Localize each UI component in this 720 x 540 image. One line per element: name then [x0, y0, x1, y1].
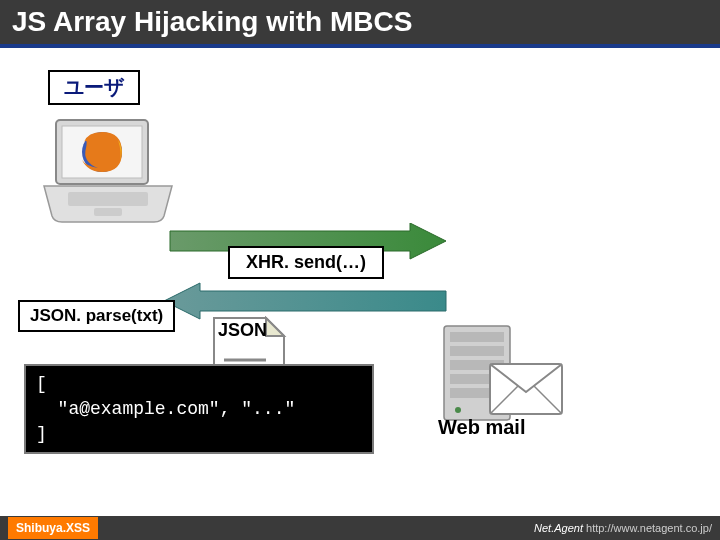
- slide-title: JS Array Hijacking with MBCS: [0, 0, 720, 48]
- svg-rect-10: [450, 332, 504, 342]
- user-label: ユーザ: [48, 70, 140, 105]
- json-parse-label: JSON. parse(txt): [18, 300, 175, 332]
- svg-point-15: [455, 407, 461, 413]
- json-doc-label: JSON: [218, 320, 267, 341]
- laptop-icon: [38, 118, 178, 237]
- slide-content: ユーザ: [0, 48, 720, 488]
- svg-rect-4: [94, 208, 122, 216]
- footer-left-badge: Shibuya.XSS: [8, 517, 98, 539]
- footer-right-credit: Net.Agent http://www.netagent.co.jp/: [534, 522, 712, 534]
- svg-rect-11: [450, 346, 504, 356]
- webmail-label: Web mail: [438, 416, 525, 439]
- json-code-block: [ "a@example.com", "..." ]: [24, 364, 374, 454]
- xhr-send-label: XHR. send(…): [228, 246, 384, 279]
- footer: Shibuya.XSS Net.Agent http://www.netagen…: [0, 516, 720, 540]
- svg-rect-3: [68, 192, 148, 206]
